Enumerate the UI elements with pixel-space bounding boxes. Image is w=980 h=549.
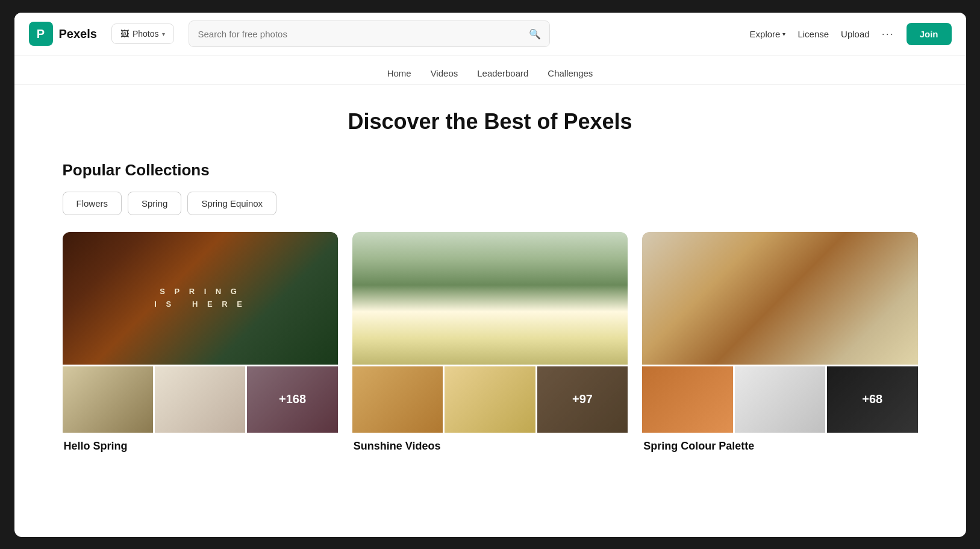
thumb-sunshine-3-overlay: +97 bbox=[537, 366, 628, 433]
collection-images-hello-spring: S P R I N GI S H E R E +168 bbox=[63, 232, 338, 433]
logo-area: P Pexels bbox=[29, 22, 97, 46]
sub-nav-videos[interactable]: Videos bbox=[431, 68, 458, 78]
search-icon: 🔍 bbox=[529, 28, 541, 40]
thumb-spring-palette-1 bbox=[642, 366, 732, 433]
spring-palette-count: +68 bbox=[827, 366, 917, 433]
photos-dropdown-button[interactable]: 🖼 Photos ▾ bbox=[111, 24, 175, 44]
popular-collections-title: Popular Collections bbox=[63, 161, 918, 180]
sub-nav-leaderboard[interactable]: Leaderboard bbox=[477, 68, 528, 78]
photos-label: Photos bbox=[133, 29, 159, 39]
main-content: Discover the Best of Pexels Popular Coll… bbox=[14, 85, 966, 537]
collection-thumbs-hello-spring: +168 bbox=[63, 366, 338, 433]
app-window: P Pexels 🖼 Photos ▾ 🔍 Explore ▾ License … bbox=[14, 13, 966, 537]
explore-chevron-icon: ▾ bbox=[782, 31, 785, 37]
filter-tab-flowers[interactable]: Flowers bbox=[63, 192, 122, 215]
search-bar: 🔍 bbox=[189, 20, 550, 47]
image-icon: 🖼 bbox=[120, 29, 129, 39]
collection-main-image-hello-spring: S P R I N GI S H E R E bbox=[63, 232, 338, 365]
spring-colour-palette-label: Spring Colour Palette bbox=[642, 440, 917, 453]
collection-main-image-spring-palette bbox=[642, 232, 917, 365]
collection-card-sunshine-videos[interactable]: +97 Sunshine Videos bbox=[352, 232, 628, 453]
thumb-sunshine-1 bbox=[352, 366, 443, 433]
filter-tab-spring[interactable]: Spring bbox=[128, 192, 181, 215]
sub-nav-challenges[interactable]: Challenges bbox=[548, 68, 593, 78]
thumb-hello-spring-2 bbox=[155, 366, 245, 433]
header: P Pexels 🖼 Photos ▾ 🔍 Explore ▾ License … bbox=[14, 13, 966, 56]
sub-navigation: Home Videos Leaderboard Challenges bbox=[14, 56, 966, 85]
pexels-logo-icon: P bbox=[29, 22, 53, 46]
thumb-spring-palette-3-overlay: +68 bbox=[827, 366, 917, 433]
sunshine-videos-label: Sunshine Videos bbox=[352, 440, 628, 453]
collection-main-image-sunshine bbox=[352, 232, 628, 365]
collection-images-spring-palette: +68 bbox=[642, 232, 917, 433]
collection-thumbs-sunshine: +97 bbox=[352, 366, 628, 433]
upload-nav-link[interactable]: Upload bbox=[841, 29, 870, 39]
thumb-hello-spring-1 bbox=[63, 366, 153, 433]
logo-text: Pexels bbox=[59, 27, 97, 41]
filter-tab-spring-equinox[interactable]: Spring Equinox bbox=[187, 192, 276, 215]
license-nav-link[interactable]: License bbox=[797, 29, 829, 39]
sub-nav-home[interactable]: Home bbox=[387, 68, 411, 78]
search-input[interactable] bbox=[198, 29, 529, 39]
collection-images-sunshine: +97 bbox=[352, 232, 628, 433]
join-button[interactable]: Join bbox=[907, 23, 952, 45]
thumb-hello-spring-3-overlay: +168 bbox=[247, 366, 337, 433]
hello-spring-count: +168 bbox=[247, 366, 337, 433]
collection-card-hello-spring[interactable]: S P R I N GI S H E R E +168 Hello Spring bbox=[63, 232, 338, 453]
header-right-nav: Explore ▾ License Upload ··· Join bbox=[750, 23, 952, 45]
page-title: Discover the Best of Pexels bbox=[63, 109, 918, 134]
hello-spring-label: Hello Spring bbox=[63, 440, 338, 453]
thumb-spring-palette-2 bbox=[735, 366, 825, 433]
collection-card-spring-colour-palette[interactable]: +68 Spring Colour Palette bbox=[642, 232, 917, 453]
more-options-button[interactable]: ··· bbox=[882, 28, 894, 40]
filter-tabs: Flowers Spring Spring Equinox bbox=[63, 192, 918, 215]
collections-grid: S P R I N GI S H E R E +168 Hello Spring bbox=[63, 232, 918, 453]
thumb-sunshine-2 bbox=[445, 366, 535, 433]
sunshine-count: +97 bbox=[537, 366, 628, 433]
explore-nav-link[interactable]: Explore ▾ bbox=[750, 29, 786, 39]
chevron-down-icon: ▾ bbox=[162, 31, 165, 37]
collection-thumbs-spring-palette: +68 bbox=[642, 366, 917, 433]
